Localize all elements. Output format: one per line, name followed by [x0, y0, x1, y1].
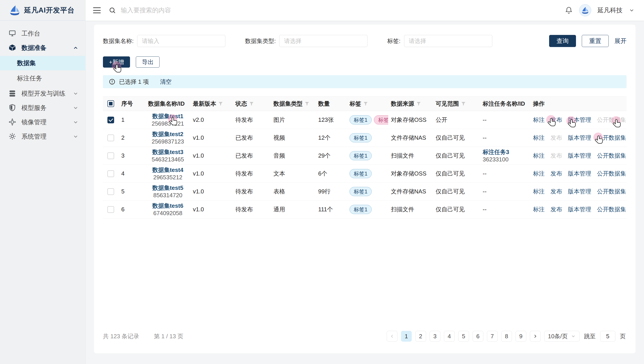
- query-button[interactable]: 查询: [549, 35, 576, 47]
- publish-link[interactable]: 发布: [550, 152, 562, 160]
- public-dataset-link[interactable]: 公开数据集: [597, 170, 626, 178]
- annotate-link[interactable]: 标注: [533, 205, 545, 213]
- row-checkbox[interactable]: [108, 170, 114, 177]
- dataset-name-link[interactable]: 数据集test6: [146, 202, 190, 210]
- jump-to-page-input[interactable]: [600, 331, 615, 342]
- topbar: 延凡科技: [86, 0, 644, 21]
- sidebar-item-workbench[interactable]: 工作台: [0, 27, 85, 41]
- dataset-name-input[interactable]: [137, 35, 225, 47]
- prev-page-button[interactable]: [387, 331, 398, 342]
- publish-link[interactable]: 发布: [550, 188, 562, 195]
- row-checkbox[interactable]: [108, 188, 114, 195]
- page-button[interactable]: 9: [516, 331, 526, 342]
- version-management-link[interactable]: 版本管理: [568, 116, 591, 124]
- dataset-name-link[interactable]: 数据集test1: [146, 113, 190, 120]
- select-all-checkbox[interactable]: [108, 100, 114, 107]
- row-checkbox[interactable]: [108, 117, 114, 123]
- page-button[interactable]: 2: [415, 331, 426, 342]
- sidebar-item-system-management[interactable]: 系统管理: [0, 129, 85, 144]
- search-input[interactable]: [121, 7, 264, 14]
- publish-link[interactable]: 发布: [550, 116, 562, 124]
- sidebar-menu: 工作台 数据准备 数据集 标注任务: [0, 21, 85, 144]
- sidebar-item-annotation-task[interactable]: 标注任务: [0, 71, 85, 86]
- app-title: 延凡AI开发平台: [24, 6, 74, 15]
- cell-name: 数据集test6 674092058: [146, 202, 190, 217]
- sidebar-item-label: 镜像管理: [22, 118, 73, 127]
- chevron-down-icon: [73, 119, 78, 125]
- dataset-name-link[interactable]: 数据集test4: [146, 166, 190, 174]
- pager: 1 2 3 4 5 6 7 8 9 10条/页 跳至 页: [387, 331, 626, 342]
- cell-type: 文本: [271, 170, 316, 178]
- cell-source: 对象存储OSS: [388, 116, 433, 124]
- column-header-source: 数据来源: [388, 100, 433, 108]
- task-id: 36233100: [483, 156, 530, 163]
- search-icon[interactable]: [109, 7, 116, 14]
- tag-select[interactable]: [404, 35, 492, 47]
- next-page-button[interactable]: [530, 331, 540, 342]
- dataset-table: 序号 数据集名称/ID 最新版本 状态 数据集类型 数量 标签 数据来源 可见范…: [103, 96, 626, 218]
- annotate-link[interactable]: 标注: [533, 170, 545, 178]
- expand-link[interactable]: 展开: [614, 37, 626, 45]
- publish-link[interactable]: 发布: [550, 205, 562, 213]
- add-button[interactable]: +新增: [103, 56, 130, 68]
- page-button[interactable]: 4: [444, 331, 455, 342]
- page-button[interactable]: 3: [430, 331, 440, 342]
- page-button[interactable]: 8: [501, 331, 512, 342]
- page-button[interactable]: 1: [401, 331, 412, 342]
- sidebar-item-data-preparation[interactable]: 数据准备: [0, 41, 85, 55]
- row-checkbox[interactable]: [108, 152, 114, 159]
- annotate-link[interactable]: 标注: [533, 116, 545, 124]
- public-dataset-link[interactable]: 公开数据集: [597, 205, 626, 213]
- dataset-name-link[interactable]: 数据集test2: [146, 131, 190, 138]
- hamburger-menu-icon[interactable]: [93, 8, 101, 13]
- sidebar-item-image-management[interactable]: 镜像管理: [0, 115, 85, 129]
- bell-icon[interactable]: [565, 6, 573, 14]
- annotate-link[interactable]: 标注: [533, 188, 545, 195]
- sidebar-item-dataset[interactable]: 数据集: [0, 56, 85, 70]
- page-suffix-label: 页: [620, 332, 626, 340]
- filter-funnel-icon[interactable]: [305, 101, 309, 106]
- version-management-link[interactable]: 版本管理: [568, 188, 591, 195]
- dataset-name-link[interactable]: 数据集test5: [146, 184, 190, 192]
- public-dataset-link[interactable]: 公开数据集: [597, 116, 626, 124]
- sidebar-item-model-development[interactable]: 模型开发与训练: [0, 86, 85, 101]
- page-button[interactable]: 6: [472, 331, 483, 342]
- publish-link[interactable]: 发布: [550, 170, 562, 178]
- dataset-type-select[interactable]: [279, 35, 368, 47]
- tag-pill: 标签1: [350, 169, 372, 178]
- task-name-link[interactable]: 标注任务3: [483, 148, 530, 156]
- row-checkbox[interactable]: [108, 135, 114, 141]
- clear-selection-link[interactable]: 清空: [160, 78, 172, 86]
- dataset-name-link[interactable]: 数据集test3: [146, 148, 190, 156]
- column-header-version: 最新版本: [190, 100, 233, 108]
- sidebar-item-model-services[interactable]: 模型服务: [0, 101, 85, 115]
- chevron-down-icon[interactable]: [629, 8, 634, 13]
- filter-funnel-icon[interactable]: [364, 101, 368, 106]
- table-row: 1 数据集test1 2569837121 v2.0 待发布 图片 123张 标…: [103, 111, 626, 129]
- public-dataset-link[interactable]: 公开数据集: [597, 134, 626, 142]
- cell-visibility: 仅自己可见: [433, 170, 480, 178]
- page-button[interactable]: 5: [458, 331, 469, 342]
- version-management-link[interactable]: 版本管理: [568, 170, 591, 178]
- public-dataset-link[interactable]: 公开数据集: [597, 188, 626, 195]
- publish-link[interactable]: 发布: [550, 134, 562, 142]
- filter-funnel-icon[interactable]: [416, 101, 421, 106]
- page-button[interactable]: 7: [487, 331, 498, 342]
- export-button[interactable]: 导出: [136, 56, 160, 68]
- annotate-link[interactable]: 标注: [533, 152, 545, 160]
- row-checkbox[interactable]: [108, 206, 114, 213]
- avatar[interactable]: [579, 4, 591, 16]
- public-dataset-link[interactable]: 公开数据集: [597, 152, 626, 160]
- toolbar: +新增 导出: [103, 56, 626, 68]
- version-management-link[interactable]: 版本管理: [568, 152, 591, 160]
- page-size-select[interactable]: 10条/页: [544, 331, 580, 342]
- filter-funnel-icon[interactable]: [218, 101, 223, 106]
- version-management-link[interactable]: 版本管理: [568, 205, 591, 213]
- filter-funnel-icon[interactable]: [461, 101, 466, 106]
- reset-button[interactable]: 重置: [582, 35, 609, 47]
- user-name[interactable]: 延凡科技: [598, 6, 622, 15]
- filter-funnel-icon[interactable]: [249, 101, 254, 106]
- annotate-link[interactable]: 标注: [533, 134, 545, 142]
- filter-label: 数据集类型:: [245, 37, 276, 45]
- version-management-link[interactable]: 版本管理: [568, 134, 591, 142]
